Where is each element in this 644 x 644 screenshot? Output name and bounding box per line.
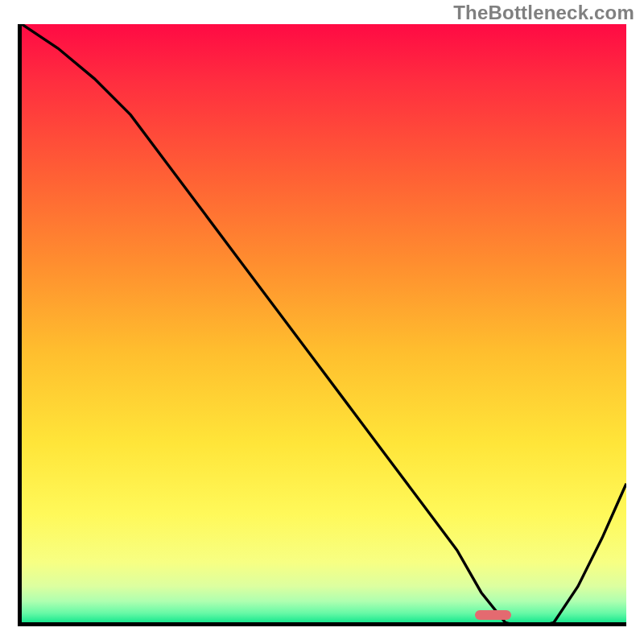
watermark-text: TheBottleneck.com [453,2,634,24]
bottleneck-curve-path [22,24,626,626]
bottleneck-chart: TheBottleneck.com [0,0,644,644]
plot-area [18,24,626,626]
optimal-marker [475,610,511,620]
curve-line [22,24,626,626]
